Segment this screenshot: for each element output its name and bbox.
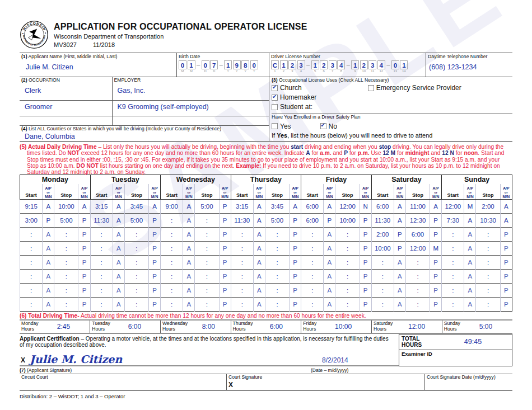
ampm-cell[interactable]: A [394, 270, 405, 284]
signature-date-field[interactable]: 8/2/2014 [322, 356, 348, 364]
stop-time-cell[interactable]: : [476, 242, 500, 256]
start-time-cell[interactable]: : [20, 298, 43, 312]
ampm-cell[interactable]: P [78, 284, 90, 298]
start-time-cell[interactable]: : [231, 242, 253, 256]
stop-time-cell[interactable]: : [335, 256, 360, 270]
ampm-cell[interactable]: A [253, 214, 265, 228]
ampm-cell[interactable]: P [500, 270, 512, 284]
start-time-cell[interactable]: : [20, 284, 43, 298]
ampm-cell[interactable]: A [324, 242, 335, 256]
start-time-cell[interactable]: : [371, 284, 394, 298]
start-time-cell[interactable]: : [231, 298, 253, 312]
stop-time-cell[interactable]: : [54, 242, 78, 256]
start-time-cell[interactable]: : [161, 242, 183, 256]
stop-time-cell[interactable]: : [124, 242, 148, 256]
day-hours-field[interactable]: 8:00 [188, 323, 229, 331]
start-time-cell[interactable]: : [442, 298, 464, 312]
ampm-cell[interactable]: P [430, 284, 442, 298]
ampm-cell[interactable]: A [464, 256, 476, 270]
start-time-cell[interactable]: : [371, 270, 394, 284]
driver-license-digit[interactable]: 3 [297, 60, 305, 69]
checkbox-icon[interactable] [272, 95, 278, 101]
ampm-cell[interactable]: A [324, 284, 335, 298]
ampm-cell[interactable]: A [113, 242, 124, 256]
ampm-cell[interactable]: P [78, 298, 90, 312]
ampm-cell[interactable]: A [394, 214, 405, 228]
start-time-cell[interactable]: : [161, 228, 183, 242]
stop-time-cell[interactable]: : [265, 284, 289, 298]
stop-time-cell[interactable]: : [265, 298, 289, 312]
ampm-cell[interactable]: P [78, 270, 90, 284]
start-time-cell[interactable]: 3:00 [20, 214, 43, 228]
start-time-cell[interactable]: 2:00 [371, 228, 394, 242]
checkbox-icon[interactable] [272, 123, 278, 129]
ampm-cell[interactable]: A [500, 214, 512, 228]
ampm-cell[interactable]: A [183, 284, 195, 298]
ampm-cell[interactable]: A [43, 242, 54, 256]
birth-date-digit[interactable]: 0 [202, 60, 209, 69]
stop-time-cell[interactable]: : [265, 228, 289, 242]
driver-license-digit[interactable]: 4 [337, 60, 345, 69]
start-time-cell[interactable]: 6:00 [301, 200, 324, 214]
ampm-cell[interactable]: A [43, 200, 54, 214]
ampm-cell[interactable]: P [149, 284, 161, 298]
start-time-cell[interactable]: : [20, 256, 43, 270]
start-time-cell[interactable]: : [161, 214, 183, 228]
ampm-cell[interactable]: P [290, 284, 301, 298]
ampm-cell[interactable]: P [149, 228, 161, 242]
ampm-cell[interactable]: A [183, 256, 195, 270]
stop-time-cell[interactable]: : [124, 270, 148, 284]
stop-time-cell[interactable]: 12:30 [405, 214, 430, 228]
driver-license-digit[interactable]: 3 [329, 60, 337, 69]
ampm-cell[interactable]: A [394, 200, 405, 214]
ampm-cell[interactable]: P [219, 228, 231, 242]
ampm-cell[interactable]: A [464, 284, 476, 298]
ampm-cell[interactable]: A [78, 200, 90, 214]
ampm-cell[interactable]: A [253, 298, 265, 312]
applicant-name-field[interactable]: Julie M. Citizen [26, 63, 175, 71]
checkbox-icon[interactable] [320, 123, 326, 129]
ampm-cell[interactable]: P [78, 214, 90, 228]
stop-time-cell[interactable]: : [476, 270, 500, 284]
ampm-cell[interactable]: P [149, 298, 161, 312]
start-time-cell[interactable]: : [371, 298, 394, 312]
day-hours-field[interactable]: 6:00 [110, 323, 159, 331]
ampm-cell[interactable]: A [113, 284, 124, 298]
stop-time-cell[interactable]: : [335, 270, 360, 284]
ampm-cell[interactable]: A [183, 228, 195, 242]
stop-time-cell[interactable]: 2:00 [476, 200, 500, 214]
driver-license-digit[interactable]: 1 [400, 60, 408, 69]
stop-time-cell[interactable]: : [54, 284, 78, 298]
ampm-cell[interactable]: A [253, 242, 265, 256]
ampm-cell[interactable]: P [360, 298, 371, 312]
start-time-cell[interactable]: : [90, 298, 113, 312]
start-time-cell[interactable]: : [90, 256, 113, 270]
counties-field[interactable]: Dane, Columbia [25, 133, 267, 140]
birth-date-digit[interactable]: 1 [224, 60, 232, 69]
driver-license-digit[interactable]: 2 [320, 60, 328, 69]
employer-field[interactable]: Gas, Inc. [118, 87, 146, 95]
ampm-cell[interactable]: P [78, 256, 90, 270]
birth-date-digit[interactable]: 8 [241, 60, 249, 69]
ampm-cell[interactable]: A [43, 298, 54, 312]
ampm-cell[interactable]: A [253, 270, 265, 284]
examiner-id-box[interactable]: Examiner ID [399, 350, 512, 366]
stop-time-cell[interactable]: : [335, 298, 360, 312]
start-time-cell[interactable]: 10:00 [371, 242, 394, 256]
ampm-cell[interactable]: A [500, 200, 512, 214]
stop-time-cell[interactable]: : [54, 256, 78, 270]
stop-time-cell[interactable]: 12:00 [335, 200, 360, 214]
phone-field[interactable]: (608) 123-1234 [429, 63, 511, 71]
stop-time-cell[interactable]: : [195, 270, 219, 284]
start-time-cell[interactable]: : [442, 256, 464, 270]
ampm-cell[interactable]: P [430, 228, 442, 242]
stop-time-cell[interactable]: : [195, 214, 219, 228]
stop-time-cell[interactable]: : [124, 284, 148, 298]
ampm-cell[interactable]: A [183, 270, 195, 284]
start-time-cell[interactable]: : [301, 298, 324, 312]
ampm-cell[interactable]: P [43, 214, 54, 228]
start-time-cell[interactable]: 11:30 [90, 214, 113, 228]
stop-time-cell[interactable]: 10:30 [476, 214, 500, 228]
start-time-cell[interactable]: : [301, 256, 324, 270]
birth-date-digit[interactable]: 9 [233, 60, 241, 69]
